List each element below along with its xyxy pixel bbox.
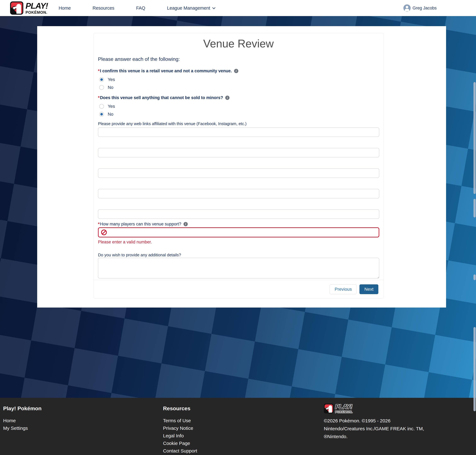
question-minors-label: *Does this venue sell anything that cann…	[98, 95, 379, 100]
scrollbar-thumb[interactable]	[474, 327, 476, 411]
info-icon[interactable]: i	[234, 69, 238, 73]
web-link-input-5[interactable]	[98, 209, 379, 219]
info-icon[interactable]: i	[225, 96, 229, 100]
play-pokemon-badge-icon	[10, 1, 23, 15]
players-count-error: Please enter a valid number.	[98, 240, 379, 244]
radio-retail-yes[interactable]: Yes	[99, 77, 379, 82]
content-panel: Venue Review Please answer each of the f…	[37, 26, 446, 308]
venue-review-card: Venue Review Please answer each of the f…	[94, 33, 384, 299]
invalid-prohibition-icon	[101, 229, 107, 235]
card-footer: Previous Next	[94, 280, 384, 298]
user-avatar-icon	[403, 4, 411, 12]
footer-link-legal[interactable]: Legal Info	[163, 432, 184, 439]
web-link-input-2[interactable]	[98, 148, 379, 157]
footer-play-pokemon-logo: PLAY! POKÉMON.	[324, 404, 424, 414]
play-pokemon-badge-icon	[324, 404, 334, 414]
nav-league-management[interactable]: League Management	[167, 6, 215, 11]
footer-resources-heading: Resources	[163, 405, 197, 412]
radio-button-icon	[99, 77, 104, 82]
players-count-label: *How many players can this venue support…	[98, 221, 379, 227]
required-asterisk: *	[98, 222, 100, 226]
nav-resources[interactable]: Resources	[93, 6, 114, 11]
footer-link-cookie[interactable]: Cookie Page	[163, 439, 190, 447]
scrollbar-thumb[interactable]	[474, 82, 476, 194]
next-button[interactable]: Next	[359, 284, 378, 294]
main-nav: Home Resources FAQ League Management	[59, 6, 215, 11]
additional-details-label: Do you wish to provide any additional de…	[98, 252, 379, 257]
info-icon[interactable]: i	[184, 222, 188, 226]
user-name: Greg Jacobs	[412, 6, 437, 11]
logo-play-text: PLAY!	[25, 2, 48, 10]
copyright-line: ©2026 Pokémon. ©1995 - 2026	[324, 417, 424, 425]
footer-link-home[interactable]: Home	[3, 417, 16, 424]
required-asterisk: *	[98, 69, 100, 73]
radio-button-icon	[99, 85, 104, 90]
copyright-line: ®Nintendo.	[324, 433, 424, 440]
radio-retail-no[interactable]: No	[99, 85, 379, 90]
footer-link-terms[interactable]: Terms of Use	[163, 417, 191, 424]
players-count-input[interactable]	[98, 227, 379, 237]
nav-home[interactable]: Home	[59, 6, 71, 11]
radio-minors-no[interactable]: No	[99, 112, 379, 117]
nav-faq[interactable]: FAQ	[136, 6, 145, 11]
page-title: Venue Review	[98, 37, 379, 50]
previous-button[interactable]: Previous	[330, 284, 357, 294]
radio-button-icon	[99, 104, 104, 109]
play-pokemon-logo[interactable]: PLAY! POKÉMON.	[10, 1, 48, 15]
scrollbar-thumb[interactable]	[474, 199, 476, 217]
web-link-input-4[interactable]	[98, 189, 379, 198]
footer-brand-heading: Play! Pokémon	[3, 405, 41, 412]
user-menu[interactable]: Greg Jacobs	[403, 4, 437, 12]
web-link-input-3[interactable]	[98, 168, 379, 178]
web-links-label: Please provide any web links affiliated …	[98, 121, 379, 126]
copyright-line: Nintendo/Creatures Inc./GAME FREAK inc. …	[324, 425, 424, 433]
footer-link-my-settings[interactable]: My Settings	[3, 424, 28, 432]
question-retail-venue-label: *I confirm this venue is a retail venue …	[98, 68, 379, 73]
checkered-background: Venue Review Please answer each of the f…	[0, 16, 476, 398]
scrollbar-thumb[interactable]	[474, 275, 476, 280]
required-asterisk: *	[98, 95, 100, 100]
form-intro: Please answer each of the following:	[98, 56, 379, 62]
chevron-down-icon	[212, 6, 216, 9]
site-footer: Play! Pokémon Home My Settings Resources…	[0, 398, 476, 455]
footer-link-privacy[interactable]: Privacy Notice	[163, 424, 193, 432]
logo-pokemon-text: POKÉMON.	[25, 11, 48, 14]
footer-link-contact[interactable]: Contact Support	[163, 447, 197, 455]
additional-details-textarea[interactable]	[98, 258, 379, 278]
radio-minors-yes[interactable]: Yes	[99, 104, 379, 109]
site-header: PLAY! POKÉMON. Home Resources FAQ League…	[0, 0, 476, 16]
web-link-input-1[interactable]	[98, 128, 379, 137]
radio-button-icon	[99, 112, 104, 117]
